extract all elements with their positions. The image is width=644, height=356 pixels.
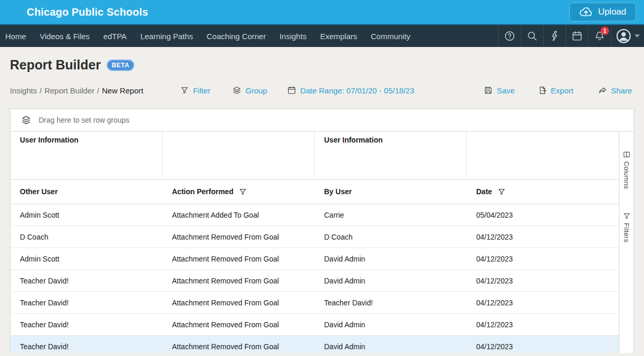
table-cell: Attachment Removed From Goal — [163, 255, 315, 263]
table-cell: Attachment Removed From Goal — [163, 277, 315, 285]
upload-button[interactable]: Upload — [569, 3, 636, 21]
column-header-other-user[interactable]: Other User — [10, 187, 163, 196]
row-group-drop-zone[interactable]: Drag here to set row groups — [10, 109, 634, 132]
table-cell: Teacher David! — [10, 277, 163, 285]
table-cell: Attachment Removed From Goal — [163, 321, 315, 329]
nav-item-home[interactable]: Home — [5, 32, 33, 41]
drag-hint-label: Drag here to set row groups — [39, 116, 130, 124]
nav-item-coaching-corner[interactable]: Coaching Corner — [200, 32, 272, 41]
filter-button[interactable]: Filter — [180, 86, 210, 95]
table-cell: Attachment Removed From Goal — [163, 299, 315, 307]
save-button[interactable]: Save — [484, 86, 514, 95]
share-button[interactable]: Share — [598, 86, 632, 95]
table-cell: Teacher David! — [10, 342, 163, 351]
nav-links: Home Videos & Files edTPA Learning Paths… — [0, 25, 417, 47]
export-icon — [538, 86, 547, 95]
column-header-label: Action Performed — [172, 187, 233, 196]
column-header-row: Other User Action Performed By User Date — [10, 180, 619, 204]
table-row[interactable]: Teacher David!Attachment Removed From Go… — [10, 292, 619, 314]
avatar-icon — [616, 28, 631, 44]
column-header-action-performed[interactable]: Action Performed — [163, 187, 315, 196]
table-row[interactable]: D CoachAttachment Removed From GoalD Coa… — [10, 226, 619, 248]
table-cell: 04/12/2023 — [467, 299, 619, 307]
calendar-icon — [287, 86, 296, 95]
search-icon — [526, 30, 538, 42]
page-title-row: Report Builder BETA — [10, 57, 634, 73]
account-menu-button[interactable] — [611, 25, 644, 47]
report-grid-card: Drag here to set row groups User Informa… — [10, 109, 634, 353]
table-row[interactable]: Teacher David!Attachment Removed From Go… — [10, 336, 619, 353]
layers-icon — [232, 86, 242, 95]
grid-body: Admin ScottAttachment Added To GoalCarri… — [10, 204, 619, 353]
table-cell: Admin Scott — [10, 255, 163, 263]
app-header: Chicago Public Schools Upload — [0, 0, 644, 24]
breadcrumb-separator: / — [95, 86, 102, 95]
column-header-date[interactable]: Date — [467, 187, 619, 196]
help-icon — [504, 30, 515, 42]
report-toolbar: Insights/Report Builder/New Report Filte… — [10, 80, 634, 101]
grid-area: User Information User Information Other … — [10, 132, 634, 353]
nav-icon-group: 1 — [498, 25, 644, 47]
table-cell: 04/12/2023 — [467, 342, 619, 351]
table-cell: 04/12/2023 — [467, 255, 619, 263]
bolt-icon — [549, 30, 560, 42]
column-header-by-user[interactable]: By User — [315, 187, 467, 196]
table-row[interactable]: Teacher David!Attachment Removed From Go… — [10, 270, 619, 292]
table-cell: Attachment Removed From Goal — [163, 342, 315, 351]
notifications-button[interactable]: 1 — [588, 25, 611, 47]
breadcrumb: Insights/Report Builder/New Report — [10, 86, 143, 95]
funnel-icon — [180, 86, 189, 95]
nav-item-edtpa[interactable]: edTPA — [97, 32, 134, 41]
quick-actions-button[interactable] — [543, 25, 566, 47]
help-button[interactable] — [498, 25, 521, 47]
table-cell: Teacher David! — [10, 299, 163, 307]
beta-badge: BETA — [107, 60, 135, 71]
main-nav: Home Videos & Files edTPA Learning Paths… — [0, 24, 644, 47]
columns-icon — [623, 150, 631, 159]
save-label: Save — [497, 86, 514, 95]
side-tab-columns[interactable]: Columns — [623, 150, 631, 189]
nav-item-community[interactable]: Community — [364, 32, 417, 41]
group-label: Group — [245, 86, 267, 95]
date-range-button[interactable]: Date Range: 07/01/20 - 05/18/23 — [287, 86, 415, 95]
nav-item-exemplars[interactable]: Exemplars — [313, 32, 364, 41]
breadcrumb-report-builder[interactable]: Report Builder — [44, 86, 95, 95]
breadcrumb-current: New Report — [102, 86, 143, 95]
calendar-button[interactable] — [566, 25, 588, 47]
table-cell: D Coach — [10, 233, 163, 241]
column-group-user-information: User Information — [315, 132, 467, 179]
nav-item-insights[interactable]: Insights — [273, 32, 314, 41]
search-button[interactable] — [521, 25, 543, 47]
caret-down-icon — [635, 34, 640, 38]
column-header-label: Date — [476, 187, 492, 196]
table-row[interactable]: Admin ScottAttachment Removed From GoalD… — [10, 248, 619, 270]
cloud-upload-icon — [579, 6, 593, 18]
table-cell: 05/04/2023 — [467, 211, 619, 219]
share-label: Share — [611, 86, 632, 95]
table-row[interactable]: Admin ScottAttachment Added To GoalCarri… — [10, 204, 619, 226]
column-group-empty — [163, 132, 315, 179]
export-button[interactable]: Export — [538, 86, 573, 95]
breadcrumb-separator: / — [37, 86, 44, 95]
nav-item-videos-files[interactable]: Videos & Files — [33, 32, 97, 41]
grid-side-panel: Columns Filters — [619, 132, 634, 353]
table-cell: Teacher David! — [10, 321, 163, 329]
table-cell: 04/12/2023 — [467, 321, 619, 329]
breadcrumb-insights[interactable]: Insights — [10, 86, 37, 95]
table-cell: Carrie — [315, 211, 467, 219]
column-group-user-information: User Information — [10, 132, 163, 179]
funnel-icon[interactable] — [497, 187, 506, 196]
group-button[interactable]: Group — [232, 86, 267, 95]
page-body: Report Builder BETA Insights/Report Buil… — [0, 57, 644, 353]
filter-label: Filter — [193, 86, 210, 95]
nav-item-learning-paths[interactable]: Learning Paths — [133, 32, 200, 41]
funnel-icon[interactable] — [238, 187, 247, 196]
share-icon — [598, 86, 607, 95]
table-cell: David Admin — [315, 255, 467, 263]
funnel-icon — [623, 212, 631, 220]
table-cell: 04/12/2023 — [467, 277, 619, 285]
side-tab-filters[interactable]: Filters — [623, 212, 631, 243]
table-cell: David Admin — [315, 342, 467, 351]
table-row[interactable]: Teacher David!Attachment Removed From Go… — [10, 314, 619, 336]
column-header-label: By User — [324, 187, 352, 196]
